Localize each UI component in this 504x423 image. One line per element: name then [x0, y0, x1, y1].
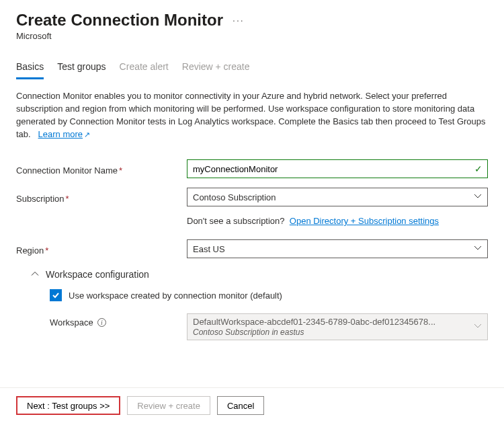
subscription-select[interactable]: Contoso Subscription	[187, 188, 488, 206]
region-label: Region*	[16, 243, 187, 256]
page-subtitle: Microsoft	[16, 31, 488, 41]
use-default-workspace-label: Use workspace created by connection moni…	[69, 291, 282, 301]
cancel-button[interactable]: Cancel	[217, 396, 264, 415]
footer-bar: Next : Test groups >> Review + create Ca…	[0, 387, 504, 423]
name-label: Connection Monitor Name*	[16, 163, 187, 176]
chevron-down-icon	[474, 244, 482, 254]
workspace-label: Workspace i	[50, 313, 187, 328]
learn-more-link[interactable]: Learn more↗	[38, 129, 90, 139]
more-actions-icon[interactable]: ···	[233, 15, 245, 26]
chevron-down-icon	[474, 192, 482, 202]
external-link-icon: ↗	[84, 130, 90, 141]
name-input[interactable]	[187, 159, 488, 178]
subscription-helper: Don't see a subscription? Open Directory…	[16, 216, 488, 226]
page-title: Create Connection Monitor	[16, 11, 223, 30]
subscription-label: Subscription*	[16, 191, 187, 204]
workspace-section-toggle[interactable]: Workspace configuration	[31, 269, 488, 280]
review-create-button: Review + create	[127, 396, 210, 415]
info-icon[interactable]: i	[97, 318, 106, 327]
directory-settings-link[interactable]: Open Directory + Subscription settings	[290, 216, 439, 226]
next-button[interactable]: Next : Test groups >>	[16, 396, 120, 415]
description-text: Connection Monitor enables you to monito…	[16, 90, 488, 141]
workspace-select: DefaultWorkspace-abcdef01-2345-6789-0abc…	[187, 313, 488, 340]
tab-create-alert: Create alert	[120, 57, 169, 79]
tab-test-groups[interactable]: Test groups	[57, 57, 106, 79]
tab-review-create: Review + create	[182, 57, 250, 79]
region-select[interactable]: East US	[187, 239, 488, 258]
chevron-down-icon	[474, 322, 482, 332]
use-default-workspace-checkbox[interactable]	[50, 289, 62, 301]
tab-basics[interactable]: Basics	[16, 57, 44, 79]
tab-bar: Basics Test groups Create alert Review +…	[16, 57, 488, 79]
chevron-up-icon	[31, 270, 39, 280]
